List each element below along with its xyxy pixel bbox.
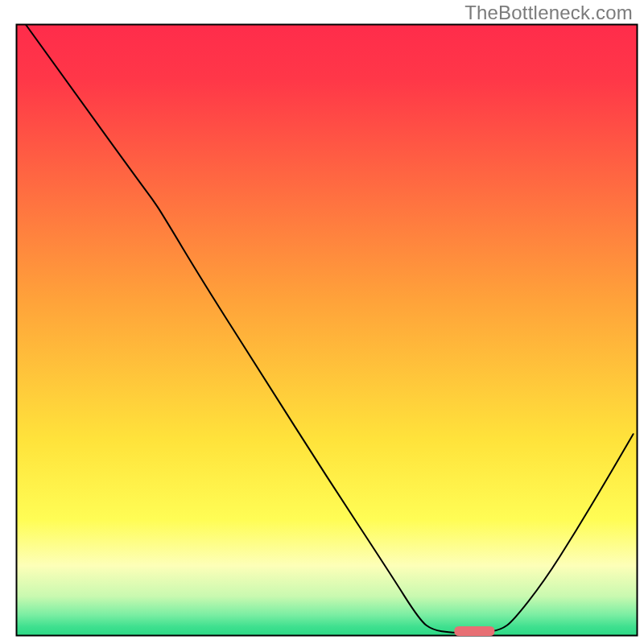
watermark-label: TheBottleneck.com bbox=[464, 2, 633, 24]
chart-stage: TheBottleneck.com bbox=[0, 0, 644, 644]
bottleneck-chart-canvas bbox=[0, 0, 644, 644]
